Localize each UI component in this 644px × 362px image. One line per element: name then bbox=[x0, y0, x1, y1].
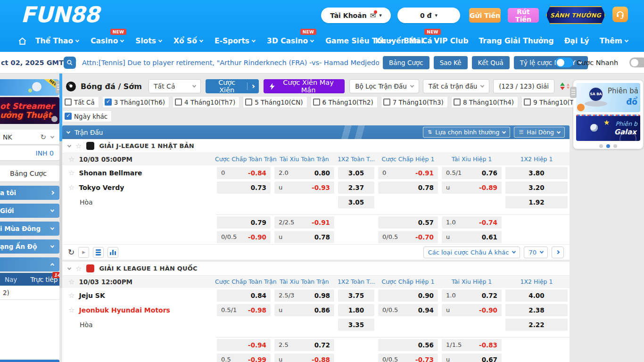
odds-box[interactable]: 3.75 bbox=[338, 289, 374, 302]
odds-box[interactable]: -0.94 bbox=[217, 339, 271, 351]
date-filter-chip[interactable]: Tất Cả bbox=[62, 96, 99, 108]
odds-box[interactable]: 3.80 bbox=[505, 167, 568, 179]
odds-box[interactable]: u-0.89 bbox=[442, 181, 502, 194]
odds-box[interactable]: 0.5/10.76 bbox=[442, 167, 502, 179]
star-icon[interactable]: ☆ bbox=[68, 155, 74, 164]
odds-box[interactable]: 2.37 bbox=[338, 181, 374, 194]
odds-box[interactable]: 0.56 bbox=[378, 339, 438, 351]
odds-box[interactable]: 0.84 bbox=[217, 289, 271, 302]
chevron-down-icon[interactable] bbox=[66, 130, 70, 133]
nav-item[interactable]: Đại Lý bbox=[564, 37, 589, 45]
sidebar-selector-row[interactable]: NK ↻ bbox=[0, 130, 59, 144]
odds-box[interactable]: u0.61 bbox=[442, 231, 502, 243]
nav-item[interactable]: NEWCasino bbox=[91, 37, 124, 45]
account-dropdown[interactable]: Tài Khoản ✉ ▾ bbox=[321, 8, 391, 23]
refresh-icon[interactable]: ↻ bbox=[68, 248, 74, 256]
home-icon[interactable] bbox=[18, 37, 27, 46]
ads-drag-handle[interactable] bbox=[570, 87, 577, 98]
checkbox-icon[interactable] bbox=[454, 99, 461, 106]
page-count-dropdown[interactable]: 70 bbox=[524, 247, 548, 258]
odds-box[interactable]: 3.05 bbox=[338, 196, 374, 208]
nav-item[interactable]: Trang Giải Thưởng bbox=[479, 37, 554, 45]
refresh-icon[interactable]: ↻ bbox=[40, 133, 46, 141]
ticker-button[interactable]: Sao Kê bbox=[434, 56, 468, 69]
odds-box[interactable]: 2/2.5-0.91 bbox=[274, 216, 334, 229]
checkbox-icon[interactable] bbox=[175, 99, 182, 106]
odds-box[interactable]: u0.86 bbox=[274, 304, 334, 316]
odds-box[interactable]: 1.92 bbox=[505, 196, 568, 208]
date-filter-chip[interactable]: 7 Tháng10(Th3) bbox=[381, 96, 448, 108]
odds-box[interactable]: 0.73 bbox=[217, 181, 271, 194]
odds-box[interactable]: 0.5/1-0.98 bbox=[217, 304, 271, 316]
date-filter-chip[interactable]: 8 Tháng10(Th4) bbox=[451, 96, 518, 108]
search-button[interactable] bbox=[64, 57, 76, 69]
odds-box[interactable]: u-0.90 bbox=[442, 304, 502, 316]
line-mode-dropdown[interactable]: ☰ Hai Dòng bbox=[514, 127, 565, 138]
date-filter-chip[interactable]: 4 Tháng10(Th7) bbox=[173, 96, 239, 108]
galaxy-promo-banner[interactable]: ★ Phiên b Galax bbox=[576, 115, 640, 141]
odds-box[interactable]: u0.78 bbox=[274, 231, 334, 243]
nav-item[interactable]: Xổ Số bbox=[173, 37, 203, 45]
announcement-ticker[interactable]: Attn:[Tennis] Due to player retirement, … bbox=[82, 59, 379, 66]
balance-dropdown[interactable]: 0 đ ▾ bbox=[397, 8, 460, 23]
nav-item[interactable]: Slots bbox=[135, 37, 162, 45]
odds-box[interactable]: 0.57 bbox=[378, 216, 438, 229]
sidebar-section-bar[interactable]: Giới bbox=[0, 204, 59, 218]
nav-item[interactable]: E-Sports bbox=[215, 37, 255, 45]
saba-promo-banner[interactable]: SA BA Phiên bả đổ bbox=[576, 83, 640, 112]
rewards-hall-badge[interactable]: SẢNH THƯỞNG bbox=[546, 6, 605, 24]
odds-box[interactable]: 1.00.72 bbox=[442, 289, 502, 302]
star-icon[interactable]: ☆ bbox=[68, 183, 74, 192]
odds-box[interactable]: 2.38 bbox=[505, 304, 568, 316]
play-button[interactable]: ▶ bbox=[78, 247, 89, 258]
star-icon[interactable]: ☆ bbox=[68, 169, 74, 177]
odds-box[interactable]: 0/0.5-0.90 bbox=[217, 231, 271, 243]
odds-box[interactable]: 0.78 bbox=[378, 181, 438, 194]
carousel-dot[interactable] bbox=[599, 144, 603, 148]
next-page-button[interactable] bbox=[552, 247, 564, 258]
hot-streamer-banner[interactable]: ot Streamer ưởng Thuật bbox=[0, 97, 59, 124]
checkbox-icon[interactable] bbox=[313, 99, 320, 106]
cashout-icon[interactable] bbox=[93, 247, 104, 258]
tab-live[interactable]: Trực tiếp140 bbox=[30, 276, 58, 283]
lucky-parlay-button[interactable]: Cược Xiên May Mắn bbox=[264, 79, 345, 93]
quick-bet-toggle[interactable] bbox=[555, 58, 573, 67]
odds-box[interactable]: 0.90 bbox=[378, 289, 438, 302]
odds-box[interactable]: 1.80 bbox=[338, 304, 374, 316]
customer-service-icon[interactable] bbox=[612, 7, 628, 22]
odds-box[interactable]: 4.00 bbox=[505, 289, 568, 302]
odds-box[interactable]: 1/1.5-0.83 bbox=[442, 339, 502, 351]
odds-box[interactable]: 0/0.5-0.73 bbox=[378, 354, 438, 362]
withdraw-button[interactable]: Rút Tiền bbox=[508, 8, 539, 23]
nav-item[interactable]: NEW3D Casino bbox=[267, 37, 314, 45]
checkbox-icon[interactable] bbox=[245, 99, 252, 106]
nav-item[interactable]: Khuyến Mãi bbox=[375, 37, 423, 45]
sidebar-section-bar[interactable]: a tôi bbox=[0, 186, 59, 200]
ticker-button[interactable]: Kết Quả bbox=[472, 56, 510, 69]
star-icon[interactable]: ☆ bbox=[75, 264, 82, 273]
league-row[interactable]: ☆GIẢI J-LEAGUE 1 NHẬT BẢN bbox=[62, 139, 570, 153]
checkbox-checked-icon[interactable] bbox=[65, 113, 72, 120]
odds-box[interactable]: 0-0.84 bbox=[217, 167, 271, 179]
star-icon[interactable]: ☆ bbox=[75, 142, 82, 150]
sort-mode-dropdown[interactable]: ⇅ Lựa chọn bình thường bbox=[423, 127, 511, 138]
nav-item[interactable]: VIP Club bbox=[434, 37, 468, 45]
odds-box[interactable]: 0-0.91 bbox=[378, 167, 438, 179]
odds-box[interactable]: 0.79 bbox=[217, 216, 271, 229]
odds-box[interactable]: 3.05 bbox=[338, 167, 374, 179]
match-filter-button[interactable]: Bộ Lọc Trận Đấu bbox=[349, 79, 419, 93]
star-icon[interactable]: ☆ bbox=[68, 291, 74, 300]
league-select[interactable]: Tất Cả bbox=[149, 79, 201, 93]
star-icon[interactable]: ☆ bbox=[68, 278, 74, 286]
asian-bets-dropdown[interactable]: Các loại cược Châu Á khác bbox=[423, 247, 520, 258]
odds-box[interactable]: 3.35 bbox=[338, 319, 374, 331]
carousel-dot-active[interactable] bbox=[606, 144, 610, 148]
bet-slip-button[interactable]: Bảng Cược bbox=[0, 165, 59, 181]
all-matches-dropdown[interactable]: Tất cả trận đấu bbox=[423, 79, 489, 93]
carousel-dot[interactable] bbox=[613, 144, 617, 148]
nav-item[interactable]: Thể Thao bbox=[35, 37, 79, 45]
odds-box[interactable]: 0/0.50.94 bbox=[378, 304, 438, 316]
sidebar-section-bar[interactable]: ạng Ấn Độ bbox=[0, 239, 59, 254]
odds-box[interactable]: u0.67 bbox=[442, 354, 502, 362]
odds-box[interactable]: 2.00.80 bbox=[274, 167, 334, 179]
